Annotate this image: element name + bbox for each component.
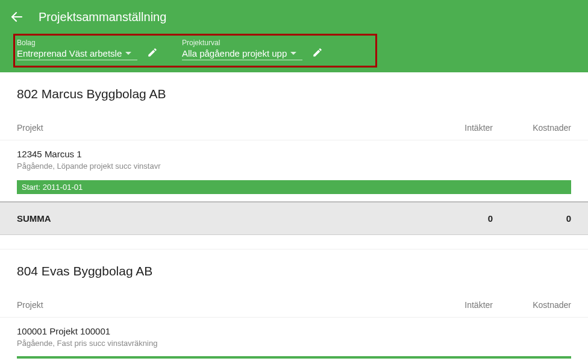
filter-bolag-value: Entreprenad Väst arbetsle [17,48,122,58]
col-project-header: Projekt [17,300,408,310]
table-row[interactable]: 12345 Marcus 1 Pågående, Löpande projekt… [0,140,588,175]
back-icon[interactable] [10,10,24,24]
summa-row: SUMMA 0 0 [0,201,588,235]
section-gap [0,235,588,249]
filter-bolag-value-row[interactable]: Entreprenad Väst arbetsle [17,48,137,60]
project-sub: Pågående, Fast pris succ vinstavräkning [17,339,571,348]
col-intakter-header: Intäkter [408,123,493,133]
project-name: 100001 Projekt 100001 [17,326,571,336]
chevron-down-icon [290,52,296,55]
section-title: 804 Evas Byggbolag AB [0,249,588,286]
project-sub: Pågående, Löpande projekt succ vinstavr [17,162,571,171]
pencil-icon[interactable] [147,47,158,58]
col-kostnader-header: Kostnader [493,300,571,310]
filter-projekturval[interactable]: Projekturval Alla pågående projekt upp [182,39,302,60]
project-bar-label: Start: 2011-01-01 [22,183,83,192]
chevron-down-icon [125,52,131,55]
summa-kostnader: 0 [493,213,571,224]
content: 802 Marcus Byggbolag AB Projekt Intäkter… [0,72,588,359]
col-project-header: Projekt [17,123,408,133]
filter-projekturval-label: Projekturval [182,39,302,47]
col-intakter-header: Intäkter [408,300,493,310]
pencil-icon[interactable] [312,47,323,58]
section-title: 802 Marcus Byggbolag AB [0,72,588,108]
table-header: Projekt Intäkter Kostnader [0,286,588,317]
filter-row: Bolag Entreprenad Väst arbetsle Projektu… [10,34,578,72]
project-name: 12345 Marcus 1 [17,149,571,159]
project-timeline-bar [17,356,571,359]
col-kostnader-header: Kostnader [493,123,571,133]
filter-projekturval-value: Alla pågående projekt upp [182,48,287,58]
filter-projekturval-value-row[interactable]: Alla pågående projekt upp [182,48,302,60]
table-row[interactable]: 100001 Projekt 100001 Pågående, Fast pri… [0,317,588,353]
filter-bolag-group: Bolag Entreprenad Väst arbetsle [17,39,158,60]
filter-projekturval-group: Projekturval Alla pågående projekt upp [182,39,323,60]
summa-intakter: 0 [408,213,493,224]
page-title: Projektsammanställning [39,10,166,24]
table-header: Projekt Intäkter Kostnader [0,108,588,140]
summa-label: SUMMA [17,213,408,224]
app-header: Projektsammanställning Bolag Entreprenad… [0,0,588,72]
header-top: Projektsammanställning [10,0,578,34]
project-timeline-bar: Start: 2011-01-01 [17,180,571,194]
filter-bolag-label: Bolag [17,39,137,47]
filter-bolag[interactable]: Bolag Entreprenad Väst arbetsle [17,39,137,60]
